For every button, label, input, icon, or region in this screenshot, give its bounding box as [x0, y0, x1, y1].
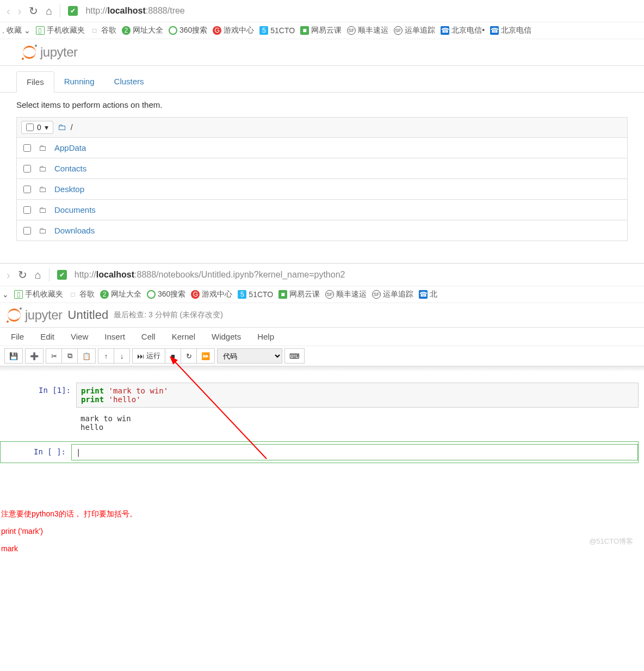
folder-link[interactable]: AppData: [54, 143, 86, 152]
tree-row[interactable]: 🗀 Desktop: [16, 179, 628, 200]
paste-icon: 📋: [82, 352, 91, 360]
bookmark-item[interactable]: ■网易云课: [300, 26, 342, 35]
row-checkbox[interactable]: [23, 206, 31, 214]
bookmark-item[interactable]: 551CTO: [238, 290, 273, 299]
forward-arrow-icon[interactable]: ›: [7, 269, 10, 281]
row-checkbox[interactable]: [23, 186, 31, 193]
tree-row[interactable]: 🗀 Contacts: [16, 158, 628, 179]
jupyter-logo[interactable]: jupyter: [22, 45, 78, 60]
back-arrow-icon[interactable]: ‹: [7, 5, 10, 17]
tree-row[interactable]: 🗀 Documents: [16, 200, 628, 220]
bookmark-item[interactable]: 2网址大全: [122, 26, 163, 35]
folder-outline-icon: 🗀: [39, 205, 47, 214]
output-prompt-spacer: [5, 412, 76, 434]
tree-header: 0 ▾ 🗀 /: [16, 117, 628, 138]
folder-link[interactable]: Documents: [54, 205, 96, 214]
move-up-button[interactable]: ↑: [98, 348, 114, 364]
stop-button[interactable]: ■: [165, 348, 181, 364]
last-checkpoint: 最后检查: 3 分钟前 (未保存改变): [114, 310, 223, 320]
folder-icon[interactable]: 🗀: [58, 122, 66, 132]
save-button[interactable]: 💾: [4, 348, 23, 364]
row-checkbox[interactable]: [23, 227, 31, 235]
code-input[interactable]: print 'mark to win' print 'hello': [76, 383, 639, 408]
select-all-checkbox[interactable]: [26, 124, 34, 131]
bookmark-item[interactable]: ☎北: [419, 290, 437, 299]
folder-link[interactable]: Contacts: [54, 164, 86, 173]
folder-outline-icon: 🗀: [39, 164, 47, 173]
bookmark-item[interactable]: 551CTO: [259, 26, 295, 35]
command-palette-button[interactable]: ⌨: [284, 348, 305, 364]
separator: [60, 4, 60, 17]
menu-cell[interactable]: Cell: [141, 332, 156, 341]
menu-view[interactable]: View: [71, 332, 88, 341]
menu-insert[interactable]: Insert: [104, 332, 125, 341]
code-cell-2[interactable]: In [ ]: |: [0, 441, 639, 463]
bookmark-item[interactable]: □谷歌: [69, 290, 95, 299]
url-host: localhost: [107, 6, 145, 15]
restart-button[interactable]: ↻: [181, 348, 197, 364]
home-icon[interactable]: ⌂: [46, 5, 52, 17]
folder-link[interactable]: Downloads: [54, 226, 95, 235]
bookmark-item[interactable]: SF运单追踪: [372, 290, 413, 299]
tab-files[interactable]: Files: [16, 71, 54, 93]
notebook-title[interactable]: Untitled: [68, 308, 109, 322]
menu-widgets[interactable]: Widgets: [212, 332, 241, 341]
cell-output: mark to win hello: [5, 412, 639, 434]
bookmark-item[interactable]: ☎北京电信: [490, 26, 531, 35]
copy-button[interactable]: ⧉: [61, 348, 78, 364]
url-bar[interactable]: http://localhost:8888/tree: [85, 6, 184, 16]
bookmark-item[interactable]: □谷歌: [90, 26, 116, 35]
bookmark-item[interactable]: SF顺丰速运: [325, 290, 367, 299]
bookmark-item[interactable]: ■网易云课: [278, 290, 320, 299]
add-cell-button[interactable]: ➕: [25, 348, 44, 364]
tab-clusters[interactable]: Clusters: [104, 71, 154, 92]
bookmark-item[interactable]: G游戏中心: [213, 26, 254, 35]
reload-icon[interactable]: ↻: [29, 4, 38, 17]
row-checkbox[interactable]: [23, 165, 31, 173]
menu-kernel[interactable]: Kernel: [172, 332, 195, 341]
jupyter-logo[interactable]: jupyter: [7, 307, 63, 323]
row-checkbox[interactable]: [23, 144, 31, 152]
favorites-menu[interactable]: ⌄: [2, 290, 9, 299]
reload-icon[interactable]: ↻: [18, 268, 27, 281]
arrow-up-icon: ↑: [104, 352, 108, 360]
cell-prompt: In [ ]:: [1, 444, 71, 460]
move-down-button[interactable]: ↓: [114, 348, 130, 364]
favorites-menu[interactable]: .收藏 ⌄: [2, 26, 30, 35]
tree-row[interactable]: 🗀 AppData: [16, 138, 628, 158]
bookmark-item[interactable]: ▯手机收藏夹: [14, 290, 63, 299]
bookmark-item[interactable]: 360搜索: [169, 26, 207, 35]
code-input[interactable]: |: [71, 444, 638, 460]
bookmark-item[interactable]: SF顺丰速运: [347, 26, 388, 35]
menu-help[interactable]: Help: [257, 332, 274, 341]
browser-nav-2: › ↻ ⌂ ✔ http://localhost:8888/notebooks/…: [0, 264, 644, 286]
bookmarks-bar-2: ⌄ ▯手机收藏夹 □谷歌 2网址大全 360搜索 G游戏中心 551CTO ■网…: [0, 286, 644, 303]
celltype-select[interactable]: 代码: [217, 348, 282, 364]
url-bar[interactable]: http://localhost:8888/notebooks/Untitled…: [75, 270, 345, 280]
tab-running[interactable]: Running: [54, 71, 104, 92]
bookmark-item[interactable]: 2网址大全: [100, 290, 141, 299]
plus-icon: ➕: [30, 352, 39, 360]
bookmark-item[interactable]: 360搜索: [147, 290, 185, 299]
select-all-dropdown[interactable]: 0 ▾: [21, 121, 53, 134]
url-path: :8888/tree: [146, 6, 185, 15]
bookmark-item[interactable]: G游戏中心: [191, 290, 232, 299]
folder-link[interactable]: Desktop: [54, 184, 84, 194]
bookmark-item[interactable]: ☎北京电信•: [441, 26, 485, 35]
forward-arrow-icon[interactable]: ›: [18, 5, 22, 17]
breadcrumb-root[interactable]: /: [71, 123, 73, 132]
url-path: :8888/notebooks/Untitled.ipynb?kernel_na…: [134, 270, 345, 279]
cut-button[interactable]: ✂: [46, 348, 62, 364]
run-all-button[interactable]: ⏩: [196, 348, 215, 364]
home-icon[interactable]: ⌂: [35, 269, 41, 281]
run-button[interactable]: ⏭运行: [132, 348, 165, 364]
tree-row[interactable]: 🗀 Downloads: [16, 220, 628, 241]
code-cell-1[interactable]: In [1]: print 'mark to win' print 'hello…: [5, 383, 639, 408]
menu-file[interactable]: File: [11, 332, 24, 341]
bookmark-item[interactable]: ▯手机收藏夹: [36, 26, 85, 35]
bookmark-item[interactable]: SF运单追踪: [394, 26, 435, 35]
notebook-header: jupyter Untitled 最后检查: 3 分钟前 (未保存改变): [0, 303, 644, 328]
chevron-down-icon: ▾: [45, 123, 48, 132]
menu-edit[interactable]: Edit: [40, 332, 54, 341]
paste-button[interactable]: 📋: [77, 348, 96, 364]
